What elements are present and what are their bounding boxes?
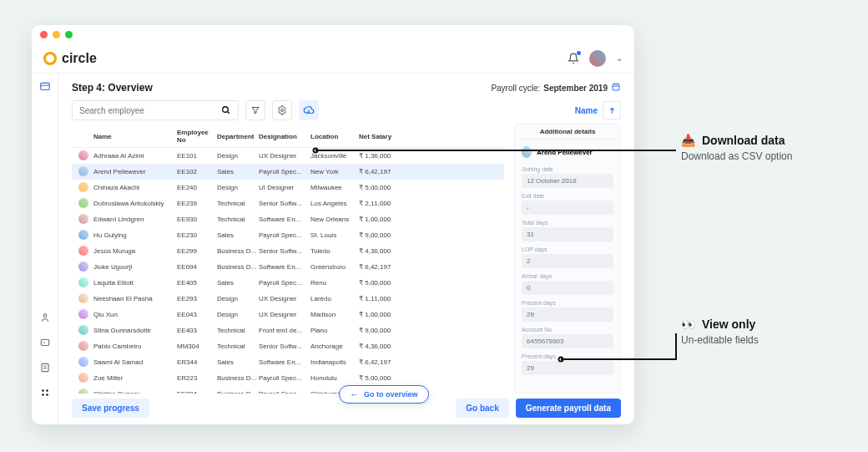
table-row[interactable]: Neeshaan El PashaEE293DesignUX DesignerL… <box>72 291 504 307</box>
maximize-dot[interactable] <box>65 31 73 38</box>
svg-point-7 <box>46 394 48 396</box>
row-desig: UX Designer <box>259 311 310 318</box>
table-row[interactable]: Jesús MorugaEE299Business D...Senior Sof… <box>72 243 504 259</box>
step-title: Step 4: Overview <box>72 82 153 94</box>
minimize-dot[interactable] <box>53 31 60 38</box>
cycle-label: Payroll cycle: <box>491 84 540 93</box>
brand[interactable]: circle <box>43 51 97 66</box>
window-titlebar <box>32 25 634 43</box>
table-row[interactable]: Zoe MillerER223Business D...Payroll Spec… <box>72 370 504 386</box>
row-avatar <box>78 230 88 240</box>
callout-viewonly-title: View only <box>702 317 755 331</box>
row-name: Jioke Ugoorji <box>93 263 132 271</box>
sidebar-apps-icon[interactable] <box>38 386 52 399</box>
field-account: Account No.6455678903 <box>522 327 613 348</box>
search-field[interactable] <box>79 106 204 115</box>
details-panel: Additional details Arend Pellewever Join… <box>514 124 621 394</box>
table-row[interactable]: Adhraaa Al AzimiEE101DesignUX DesignerJa… <box>72 148 504 164</box>
row-avatar <box>78 182 88 192</box>
settings-button[interactable] <box>272 100 292 120</box>
close-dot[interactable] <box>40 31 48 38</box>
row-sal: ₹ 4,36,000 <box>359 247 399 255</box>
row-emp: EE405 <box>177 279 217 287</box>
row-desig: Payroll Spec... <box>259 279 310 287</box>
row-desig: Software En... <box>259 216 310 223</box>
row-name: Jesús Moruga <box>93 247 135 255</box>
popover-label: Go to overview <box>364 390 418 399</box>
row-desig: Payroll Spec... <box>259 374 310 382</box>
col-name[interactable]: Name <box>78 133 177 140</box>
row-loc: New York <box>310 168 359 175</box>
row-name: Hu Guiying <box>93 231 127 239</box>
row-dept: Design <box>217 295 259 302</box>
row-sal: ₹ 6,42,197 <box>359 358 399 366</box>
sidebar-card-icon[interactable] <box>38 336 52 349</box>
employee-table: Name Employee No Department Designation … <box>72 124 504 394</box>
calendar-icon[interactable] <box>611 82 621 94</box>
table-row[interactable]: Saami Al SamadER344SalesSoftware En...In… <box>72 354 504 370</box>
row-loc: Honolulu <box>310 374 359 382</box>
row-emp: EE293 <box>177 295 217 302</box>
generate-payroll-button[interactable]: Generate payroll data <box>516 399 621 418</box>
sidebar-dashboard-icon[interactable] <box>38 80 52 94</box>
row-emp: EE102 <box>177 168 217 175</box>
svg-point-4 <box>42 389 44 392</box>
row-avatar <box>78 262 88 272</box>
row-name: Chinaza Akachi <box>93 184 139 191</box>
chevron-down-icon[interactable]: ⌄ <box>616 53 623 63</box>
table-row[interactable]: Arend PelleweverEE102SalesPayroll Spec..… <box>72 164 504 180</box>
row-loc: Madison <box>310 311 359 318</box>
panel-person-name: Arend Pellewever <box>537 149 593 156</box>
row-desig: Software En... <box>259 358 310 366</box>
row-emp: ER344 <box>177 358 217 366</box>
go-to-overview-popover[interactable]: ← Go to overview <box>339 385 429 404</box>
row-dept: Technical <box>217 216 259 223</box>
table-row[interactable]: Hu GuiyingEE230SalesPayroll Spec...St. L… <box>72 227 504 243</box>
save-progress-button[interactable]: Save progress <box>72 399 149 418</box>
sidebar <box>32 74 58 424</box>
row-emp: EE240 <box>177 184 217 191</box>
col-sal[interactable]: Net Salary <box>359 133 399 140</box>
sidebar-doc-icon[interactable] <box>38 361 52 374</box>
row-desig: Front end de... <box>259 327 310 334</box>
row-desig: Senior Softw... <box>259 200 310 207</box>
row-dept: Technical <box>217 343 259 350</box>
row-loc: Jacksonville <box>310 152 359 160</box>
callout-viewonly-sub: Un-editable fields <box>681 334 759 346</box>
row-dept: Design <box>217 152 259 160</box>
row-emp: EE043 <box>177 311 217 318</box>
col-dept[interactable]: Department <box>217 133 259 140</box>
row-avatar <box>78 214 88 224</box>
table-header: Name Employee No Department Designation … <box>72 124 504 147</box>
table-row[interactable]: Stina GunnarsdottirEE403TechnicalFront e… <box>72 322 504 338</box>
table-row[interactable]: Chinaza AkachiEE240DesignUI DesignerMilw… <box>72 180 504 196</box>
table-row[interactable]: Edward LindgrenEE930TechnicalSoftware En… <box>72 211 504 227</box>
svg-point-1 <box>43 314 47 317</box>
table-row[interactable]: Dobroslawa AntokolskiyEE239TechnicalSeni… <box>72 196 504 211</box>
row-name: Qiu Xun <box>93 311 118 318</box>
field-joining: Joining date12 October 2018 <box>522 166 613 188</box>
table-row[interactable]: Pablo CambeiroMM304TechnicalSenior Softw… <box>72 338 504 354</box>
col-desig[interactable]: Designation <box>259 133 310 140</box>
field-present2: Present days29 <box>522 353 613 375</box>
table-row[interactable]: Jioke UgoorjiEE694Business D...Software … <box>72 259 504 275</box>
sort-direction-icon[interactable] <box>603 101 621 119</box>
col-loc[interactable]: Location <box>310 133 359 140</box>
col-emp[interactable]: Employee No <box>177 129 217 144</box>
sort-field: Name <box>575 106 598 115</box>
row-desig: UX Designer <box>259 152 310 160</box>
user-avatar[interactable] <box>589 50 606 67</box>
app-window: circle ⌄ Step 4: Overview <box>32 25 634 424</box>
sidebar-people-icon[interactable] <box>38 311 52 324</box>
field-present: Present days29 <box>522 300 613 322</box>
table-row[interactable]: Laquita ElliottEE405SalesPayroll Spec...… <box>72 275 504 291</box>
go-back-button[interactable]: Go back <box>456 399 508 418</box>
search-icon[interactable] <box>220 104 231 117</box>
sort-control[interactable]: Name <box>575 101 621 119</box>
download-button[interactable] <box>299 100 319 120</box>
table-row[interactable]: Shirline DungeyEE034Business D...Payroll… <box>72 386 504 394</box>
table-row[interactable]: Qiu XunEE043DesignUX DesignerMadison₹ 1,… <box>72 307 504 322</box>
search-input[interactable] <box>72 100 239 120</box>
filter-button[interactable] <box>245 100 265 120</box>
notifications-icon[interactable] <box>568 53 579 64</box>
